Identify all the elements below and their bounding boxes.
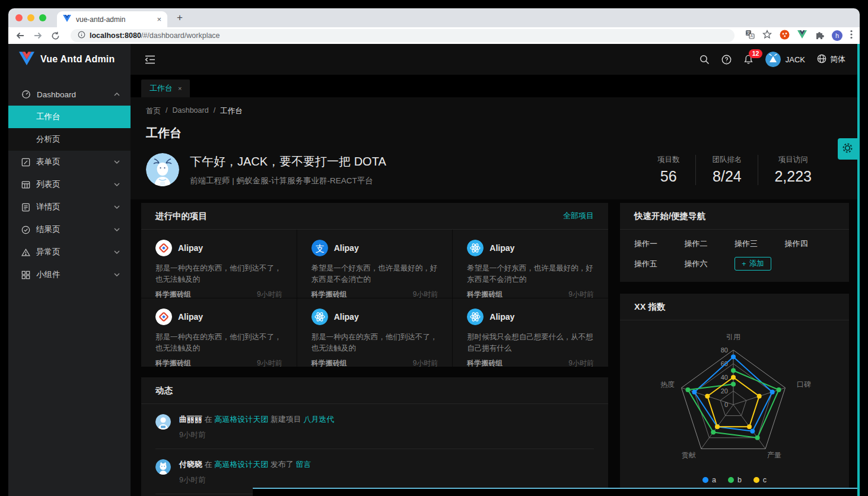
project-group[interactable]: 科学搬砖组 bbox=[155, 358, 191, 368]
project-description: 那时候我只会想自己想要什么，从不想自己拥有什么 bbox=[467, 332, 594, 355]
breadcrumb: 首页/Dashboard/工作台 bbox=[146, 106, 844, 116]
quicknav-action-5[interactable]: 操作五 bbox=[634, 259, 685, 269]
sidebar-subitem-analysis[interactable]: 分析页 bbox=[8, 128, 131, 151]
add-action-button[interactable]: +添加 bbox=[735, 257, 771, 271]
sidebar-item-exception[interactable]: 异常页 bbox=[8, 241, 131, 263]
language-switcher[interactable]: 简体 bbox=[817, 54, 845, 65]
user-menu[interactable]: JACK bbox=[765, 52, 805, 67]
activity-link[interactable]: 八月迭代 bbox=[303, 415, 334, 424]
page-tab-bar: 工作台 × bbox=[131, 75, 860, 97]
back-icon[interactable] bbox=[15, 31, 25, 40]
svg-text:支: 支 bbox=[315, 243, 324, 253]
quicknav-action-2[interactable]: 操作二 bbox=[685, 239, 735, 249]
activity-link[interactable]: 留言 bbox=[295, 460, 311, 469]
window-close-button[interactable] bbox=[15, 14, 23, 21]
quicknav-action-6[interactable]: 操作六 bbox=[685, 259, 735, 269]
react-icon bbox=[467, 240, 484, 256]
sidebar-item-form[interactable]: 表单页 bbox=[8, 151, 131, 173]
quicknav-action-4[interactable]: 操作四 bbox=[785, 239, 835, 249]
table-icon bbox=[21, 180, 30, 189]
notification-badge: 12 bbox=[749, 49, 763, 58]
sidebar-item-widgets[interactable]: 小组件 bbox=[8, 263, 131, 286]
sidebar-item-dashboard[interactable]: Dashboard bbox=[8, 83, 131, 106]
svg-text:60: 60 bbox=[721, 360, 728, 367]
tab-close-icon[interactable]: × bbox=[157, 15, 161, 24]
quicknav-card-title: 快速开始/便捷导航 bbox=[634, 211, 705, 222]
legend-item-b[interactable]: b bbox=[728, 476, 742, 484]
search-icon[interactable] bbox=[700, 55, 710, 65]
page-header-block: 首页/Dashboard/工作台 工作台 下午好，JACK，要不要打一把 DOT… bbox=[131, 97, 860, 199]
project-group[interactable]: 科学搬砖组 bbox=[311, 358, 347, 368]
reload-icon[interactable] bbox=[51, 31, 60, 40]
window-minimize-button[interactable] bbox=[27, 14, 34, 21]
chevron-down-icon bbox=[114, 160, 120, 164]
page-tab-workplace[interactable]: 工作台 × bbox=[141, 80, 190, 97]
activity-link[interactable]: 高逼格设计天团 bbox=[214, 415, 268, 424]
svg-text:贡献: 贡献 bbox=[682, 451, 696, 459]
sidebar-item-detail[interactable]: 详情页 bbox=[8, 196, 131, 218]
project-name[interactable]: Alipay bbox=[334, 243, 359, 253]
project-card[interactable]: Alipay希望是一个好东西，也许是最好的，好东西是不会消亡的科学搬砖组9小时前 bbox=[453, 230, 608, 298]
activity-user[interactable]: 付晓晓 bbox=[179, 460, 202, 469]
stat-label: 项目数 bbox=[657, 155, 680, 165]
sidebar-item-list[interactable]: 列表页 bbox=[8, 173, 131, 196]
project-card[interactable]: Alipay那是一种内在的东西，他们到达不了，也无法触及的科学搬砖组9小时前 bbox=[297, 298, 453, 367]
all-projects-link[interactable]: 全部项目 bbox=[563, 211, 594, 221]
extension-vue-icon[interactable] bbox=[797, 30, 807, 41]
page-tab-close-icon[interactable]: × bbox=[178, 85, 182, 92]
project-description: 希望是一个好东西，也许是最好的，好东西是不会消亡的 bbox=[311, 263, 438, 286]
chevron-down-icon bbox=[114, 228, 120, 231]
sidebar-item-result[interactable]: 结果页 bbox=[8, 218, 131, 241]
tab-title: vue-antd-admin bbox=[76, 15, 125, 24]
browser-tab[interactable]: vue-antd-admin × bbox=[57, 11, 167, 27]
window-zoom-button[interactable] bbox=[39, 14, 46, 21]
site-info-icon[interactable] bbox=[78, 31, 85, 40]
extensions-puzzle-icon[interactable] bbox=[815, 30, 824, 42]
project-card[interactable]: Alipay那时候我只会想自己想要什么，从不想自己拥有什么科学搬砖组9小时前 bbox=[453, 298, 608, 367]
language-label: 简体 bbox=[830, 54, 845, 65]
project-name[interactable]: Alipay bbox=[489, 312, 514, 322]
app-logo[interactable]: Vue Antd Admin bbox=[8, 44, 131, 75]
stat-item: 项目数56 bbox=[641, 155, 696, 185]
legend-item-c[interactable]: c bbox=[753, 476, 767, 484]
bookmark-star-icon[interactable] bbox=[762, 30, 772, 42]
sidebar: Vue Antd Admin Dashboard工作台分析页表单页列表页详情页结… bbox=[8, 44, 131, 496]
radar-card: XX 指数 020406080引用口碑产量贡献热度 abc bbox=[620, 294, 849, 492]
activity-card: 动态 曲丽丽 在 高逼格设计天团 新建项目 八月迭代9小时前付晓晓 在 高逼格设… bbox=[141, 377, 608, 496]
dashboard-icon bbox=[21, 90, 31, 99]
breadcrumb-item[interactable]: 首页 bbox=[146, 106, 161, 116]
forward-icon[interactable] bbox=[33, 31, 43, 40]
project-name[interactable]: Alipay bbox=[489, 243, 514, 253]
settings-button[interactable] bbox=[838, 138, 857, 160]
sidebar-submenu-dashboard: 工作台分析页 bbox=[8, 106, 131, 151]
project-name[interactable]: Alipay bbox=[334, 312, 359, 322]
browser-menu-icon[interactable] bbox=[850, 30, 853, 42]
quicknav-action-3[interactable]: 操作三 bbox=[735, 239, 785, 249]
help-icon[interactable] bbox=[721, 55, 732, 65]
traffic-lights bbox=[15, 14, 46, 21]
url-host: localhost:8080 bbox=[90, 31, 141, 40]
menu-fold-icon[interactable] bbox=[145, 55, 155, 64]
breadcrumb-item[interactable]: Dashboard bbox=[172, 106, 208, 116]
activity-user[interactable]: 曲丽丽 bbox=[179, 415, 202, 424]
legend-item-a[interactable]: a bbox=[702, 476, 716, 484]
project-name[interactable]: Alipay bbox=[178, 312, 203, 322]
project-card[interactable]: 支Alipay希望是一个好东西，也许是最好的，好东西是不会消亡的科学搬砖组9小时… bbox=[297, 230, 453, 298]
sidebar-subitem-workplace[interactable]: 工作台 bbox=[8, 106, 131, 128]
settings-drawer-edge bbox=[857, 44, 860, 496]
project-group[interactable]: 科学搬砖组 bbox=[467, 358, 503, 368]
warning-icon bbox=[21, 248, 30, 257]
extension-orange-icon[interactable] bbox=[780, 30, 790, 42]
stat-label: 团队排名 bbox=[712, 155, 742, 165]
projects-grid: Alipay那是一种内在的东西，他们到达不了，也无法触及的科学搬砖组9小时前支A… bbox=[141, 230, 608, 367]
project-card[interactable]: Alipay那是一种内在的东西，他们到达不了，也无法触及的科学搬砖组9小时前 bbox=[141, 230, 297, 298]
activity-link[interactable]: 高逼格设计天团 bbox=[214, 460, 268, 469]
browser-profile-avatar[interactable]: h bbox=[832, 30, 842, 41]
notification-bell-icon[interactable]: 12 bbox=[743, 54, 753, 65]
translate-icon[interactable]: 文A bbox=[745, 30, 755, 42]
project-name[interactable]: Alipay bbox=[178, 243, 203, 253]
new-tab-button[interactable]: + bbox=[177, 12, 183, 24]
project-card[interactable]: Alipay那是一种内在的东西，他们到达不了，也无法触及的科学搬砖组9小时前 bbox=[141, 298, 297, 367]
address-bar[interactable]: localhost:8080/#/dashboard/workplace bbox=[71, 29, 735, 42]
quicknav-action-1[interactable]: 操作一 bbox=[634, 239, 685, 249]
